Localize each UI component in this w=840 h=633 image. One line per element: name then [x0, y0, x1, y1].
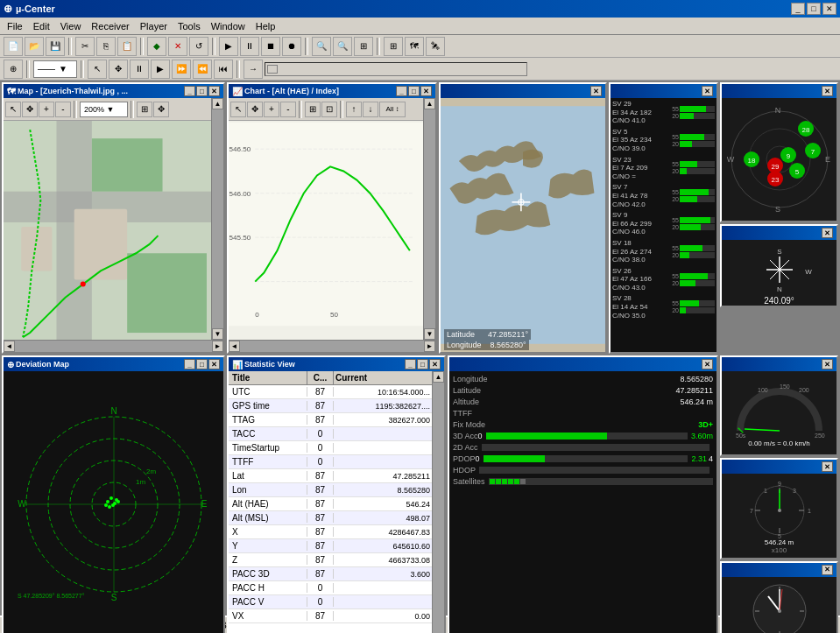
map-minimize[interactable]: _	[184, 86, 195, 96]
map-vscroll-track[interactable]	[212, 109, 223, 328]
tb-grid[interactable]: ⊞	[384, 37, 403, 56]
chart-hscroll[interactable]: ◄ ►	[229, 340, 435, 352]
dev-maximize[interactable]: □	[196, 359, 208, 369]
stat-maximize[interactable]: □	[417, 359, 428, 369]
alt-gauge-close[interactable]: ✕	[822, 461, 833, 472]
chart-tb-move[interactable]: ✥	[247, 102, 263, 117]
tb-b1[interactable]: ▶	[219, 37, 238, 56]
tb-zoom-out[interactable]: 🔍	[333, 37, 352, 56]
map-tb-zin[interactable]: +	[39, 102, 54, 117]
map-tb-zout[interactable]: -	[55, 102, 71, 117]
map-vscroll-down[interactable]: ▼	[212, 328, 223, 340]
dev-minimize[interactable]: _	[184, 359, 195, 369]
close-button[interactable]: ✕	[822, 3, 836, 15]
tb-copy[interactable]: ⎘	[96, 37, 116, 56]
position-slider[interactable]	[265, 62, 527, 76]
menu-window[interactable]: Window	[206, 19, 251, 33]
map-zoom-dropdown[interactable]: 200% ▼	[80, 102, 128, 117]
speed-close[interactable]: ✕	[822, 359, 833, 369]
chart-tb-ptr[interactable]: ↖	[230, 102, 246, 117]
chart-maximize[interactable]: □	[408, 86, 420, 96]
info-close[interactable]: ✕	[702, 359, 713, 369]
sv-close[interactable]: ✕	[702, 86, 713, 96]
tb2-begin[interactable]: ⏮	[214, 60, 233, 79]
chart-hscroll-left[interactable]: ◄	[229, 341, 240, 352]
tb-cut[interactable]: ✂	[75, 37, 95, 56]
sv-29-info: SV 29El 34 Az 182C/NO 41.0	[612, 100, 667, 125]
tb2-unit-dropdown[interactable]: —— ▼	[33, 60, 77, 78]
menu-help[interactable]: Help	[251, 19, 281, 33]
stat-vscroll-track[interactable]	[433, 383, 444, 633]
compass-controls: ✕	[822, 228, 833, 238]
chart-vscroll-up[interactable]: ▲	[424, 98, 435, 109]
map-hscroll-right[interactable]: ►	[212, 341, 223, 352]
chart-tb-zin[interactable]: +	[264, 102, 279, 117]
tb2-ptr[interactable]: ↖	[88, 60, 107, 79]
tb-open[interactable]: 📂	[25, 37, 44, 56]
map-tb-move2[interactable]: ✥	[153, 102, 169, 117]
map-tb-move[interactable]: ✥	[22, 102, 38, 117]
sky-close[interactable]: ✕	[822, 86, 833, 96]
stat-minimize[interactable]: _	[405, 359, 416, 369]
map-hscroll-left[interactable]: ◄	[4, 341, 15, 352]
tb-new[interactable]: 📄	[4, 37, 23, 56]
info-ttff-row: TTFF	[453, 409, 713, 418]
tb2-b1[interactable]: ⊕	[4, 60, 23, 79]
map-vscroll[interactable]: ▲ ▼	[211, 98, 223, 340]
chart-tb-up[interactable]: ↑	[346, 102, 362, 117]
tb-fit[interactable]: ⊞	[354, 37, 373, 56]
map-tb-center[interactable]: ⊞	[137, 102, 152, 117]
tb2-ff[interactable]: ⏩	[172, 60, 191, 79]
tb2-pause[interactable]: ⏸	[130, 60, 149, 79]
tb-save[interactable]: 💾	[46, 37, 65, 56]
chart-vscroll[interactable]: ▲ ▼	[423, 98, 435, 340]
chart-tb-zout[interactable]: -	[280, 102, 296, 117]
stat-close[interactable]: ✕	[429, 359, 441, 369]
chart-tb-dn[interactable]: ↓	[363, 102, 378, 117]
tb-b2[interactable]: ⏸	[240, 37, 259, 56]
compass-close[interactable]: ✕	[822, 228, 833, 238]
map-hscroll[interactable]: ◄ ►	[4, 340, 223, 352]
menu-edit[interactable]: Edit	[28, 19, 55, 33]
menu-view[interactable]: View	[55, 19, 87, 33]
chart-tb-fit[interactable]: ⊡	[321, 102, 337, 117]
stat-vscroll-up[interactable]: ▲	[433, 371, 444, 383]
tb-paste[interactable]: 📋	[117, 37, 137, 56]
tb-sat[interactable]: 🛰	[426, 37, 445, 56]
menu-tools[interactable]: Tools	[173, 19, 206, 33]
tb-b3[interactable]: ⏹	[261, 37, 280, 56]
chart-tb-all[interactable]: All ↕	[379, 102, 406, 117]
map-vscroll-up[interactable]: ▲	[212, 98, 223, 109]
tb-connect[interactable]: ◆	[147, 37, 166, 56]
time-close[interactable]: ✕	[822, 565, 833, 575]
menu-player[interactable]: Player	[135, 19, 173, 33]
tb-zoom-in[interactable]: 🔍	[312, 37, 331, 56]
tb2-rew[interactable]: ⏪	[193, 60, 212, 79]
chart-vscroll-track[interactable]	[424, 109, 435, 328]
chart-close[interactable]: ✕	[420, 86, 432, 96]
chart-hscroll-track[interactable]	[240, 341, 424, 353]
chart-hscroll-right[interactable]: ►	[424, 341, 435, 352]
chart-tb-zoom[interactable]: ⊞	[305, 102, 321, 117]
map-hscroll-track[interactable]	[15, 341, 212, 353]
chart-minimize[interactable]: _	[396, 86, 407, 96]
tb-map[interactable]: 🗺	[405, 37, 424, 56]
tb-disconnect[interactable]: ✕	[168, 37, 187, 56]
chart-vscroll-down[interactable]: ▼	[424, 328, 435, 340]
menu-receiver[interactable]: Receiver	[86, 19, 134, 33]
tb-reset[interactable]: ↺	[189, 37, 208, 56]
tb-b4[interactable]: ⏺	[282, 37, 301, 56]
stat-vscroll[interactable]: ▲ ▼	[432, 371, 444, 633]
map-tb-ptr[interactable]: ↖	[5, 102, 21, 117]
sv-18-bars: 55 20	[667, 239, 715, 264]
maximize-button[interactable]: □	[807, 3, 821, 15]
tb2-move[interactable]: ✥	[109, 60, 128, 79]
dev-close[interactable]: ✕	[208, 359, 220, 369]
map-maximize[interactable]: □	[196, 86, 208, 96]
menu-file[interactable]: File	[2, 19, 28, 33]
map-close[interactable]: ✕	[208, 86, 220, 96]
world-close[interactable]: ✕	[590, 86, 602, 96]
minimize-button[interactable]: _	[791, 3, 805, 15]
tb2-arrow[interactable]: →	[244, 60, 263, 79]
tb2-play[interactable]: ▶	[151, 60, 170, 79]
